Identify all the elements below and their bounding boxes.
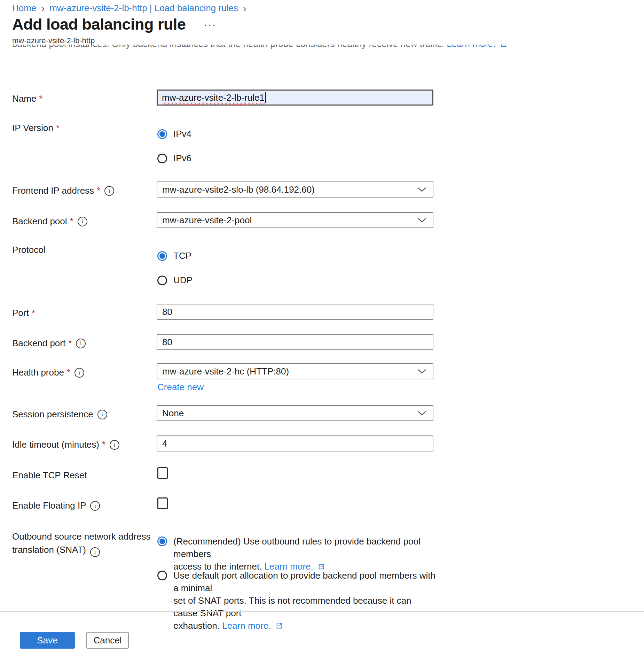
required-asterisk: * (67, 367, 70, 378)
ip-version-label: IP Version* (12, 123, 60, 133)
radio-tcp[interactable]: TCP (157, 250, 191, 261)
required-asterisk: * (56, 123, 60, 133)
session-persistence-label: Session persistence (12, 409, 107, 420)
info-icon[interactable] (104, 186, 114, 196)
add-load-balancing-rule-page: Home › mw-azure-vsite-2-lb-http | Load b… (0, 0, 644, 657)
footer-divider (0, 611, 644, 612)
learn-more-link[interactable]: Learn more. (222, 620, 271, 631)
radio-unselected-icon (157, 571, 167, 580)
port-input[interactable] (157, 304, 433, 320)
chevron-down-icon (417, 410, 426, 416)
backend-pool-dropdown[interactable]: mw-azure-vsite-2-pool (157, 212, 433, 228)
radio-ipv6[interactable]: IPv6 (157, 153, 191, 164)
required-asterisk: * (39, 93, 42, 104)
floating-ip-label: Enable Floating IP (12, 500, 100, 511)
info-icon[interactable] (78, 217, 87, 226)
session-persistence-value: None (162, 408, 184, 419)
port-label: Port* (12, 308, 35, 318)
info-icon[interactable] (90, 547, 100, 557)
tcp-reset-checkbox[interactable] (157, 467, 168, 479)
backend-port-input[interactable] (157, 334, 433, 350)
name-input-value: mw-azure-vsite-2-lb-rule1 (162, 92, 265, 103)
required-asterisk: * (68, 338, 72, 349)
radio-tcp-label: TCP (173, 250, 191, 261)
radio-udp[interactable]: UDP (157, 275, 193, 286)
name-label: Name* (12, 93, 42, 104)
header: Add load balancing rule ··· (12, 15, 217, 33)
breadcrumb-home-link[interactable]: Home (12, 3, 36, 14)
cancel-button[interactable]: Cancel (86, 632, 129, 649)
info-icon[interactable] (97, 410, 107, 419)
page-subtitle: mw-azure-vsite-2-lb-http (12, 36, 95, 45)
tcp-reset-label: Enable TCP Reset (12, 470, 87, 481)
chevron-down-icon (417, 187, 426, 192)
backend-pool-value: mw-azure-vsite-2-pool (162, 215, 252, 226)
radio-unselected-icon (157, 276, 167, 285)
external-link-icon (500, 45, 506, 48)
chevron-down-icon (417, 217, 426, 223)
learn-more-link[interactable]: Learn more. (447, 45, 495, 49)
health-probe-dropdown[interactable]: mw-azure-vsite-2-hc (HTTP:80) (157, 363, 433, 379)
save-button[interactable]: Save (20, 632, 75, 649)
create-new-link[interactable]: Create new (157, 382, 204, 393)
radio-selected-icon (157, 129, 167, 139)
radio-selected-icon (157, 251, 167, 261)
floating-ip-checkbox[interactable] (157, 497, 168, 509)
idle-timeout-label: Idle timeout (minutes)* (12, 439, 119, 450)
required-asterisk: * (32, 308, 35, 318)
breadcrumb: Home › mw-azure-vsite-2-lb-http | Load b… (12, 3, 246, 14)
name-input[interactable]: mw-azure-vsite-2-lb-rule1 (157, 90, 433, 106)
radio-unselected-icon (157, 154, 167, 163)
chevron-down-icon (417, 369, 426, 374)
health-probe-label: Health probe* (12, 367, 84, 378)
backend-port-label: Backend port* (12, 338, 86, 349)
session-persistence-dropdown[interactable]: None (157, 405, 433, 421)
snat-option-1-text: (Recommended) Use outbound rules to prov… (173, 535, 438, 573)
health-probe-value: mw-azure-vsite-2-hc (HTTP:80) (162, 366, 289, 377)
radio-ipv6-label: IPv6 (173, 153, 191, 164)
info-icon[interactable] (74, 368, 84, 378)
required-asterisk: * (97, 185, 100, 196)
text-cursor (265, 92, 266, 103)
protocol-label: Protocol (12, 245, 45, 255)
clipped-description: backend pool instances. Only backend ins… (12, 45, 506, 51)
radio-ipv4[interactable]: IPv4 (157, 129, 191, 139)
snat-label: Outbound source network address translat… (12, 530, 158, 557)
frontend-ip-dropdown[interactable]: mw-azure-vsite2-slo-lb (98.64.192.60) (157, 181, 433, 198)
radio-udp-label: UDP (173, 275, 193, 286)
clipped-description-text: backend pool instances. Only backend ins… (12, 45, 444, 49)
radio-selected-icon (157, 536, 167, 546)
backend-pool-label: Backend pool* (12, 216, 87, 227)
snat-option-outbound-rules[interactable]: (Recommended) Use outbound rules to prov… (157, 535, 438, 573)
info-icon[interactable] (110, 440, 119, 450)
ellipsis-menu-icon[interactable]: ··· (204, 18, 217, 30)
breadcrumb-separator-icon: › (41, 4, 45, 13)
snat-option-default-port[interactable]: Use default port allocation to provide b… (157, 569, 438, 632)
required-asterisk: * (70, 216, 73, 227)
snat-option-2-text: Use default port allocation to provide b… (173, 569, 438, 632)
required-asterisk: * (102, 439, 105, 450)
breadcrumb-separator-icon: › (243, 4, 246, 13)
info-icon[interactable] (90, 501, 100, 511)
info-icon[interactable] (76, 339, 86, 348)
page-title: Add load balancing rule (12, 15, 186, 33)
breadcrumb-lb-rules-link[interactable]: mw-azure-vsite-2-lb-http | Load balancin… (49, 3, 238, 14)
idle-timeout-input[interactable] (157, 435, 433, 451)
radio-ipv4-label: IPv4 (173, 129, 191, 139)
frontend-ip-label: Frontend IP address* (12, 185, 114, 196)
frontend-ip-value: mw-azure-vsite2-slo-lb (98.64.192.60) (162, 184, 315, 195)
external-link-icon (276, 623, 283, 629)
